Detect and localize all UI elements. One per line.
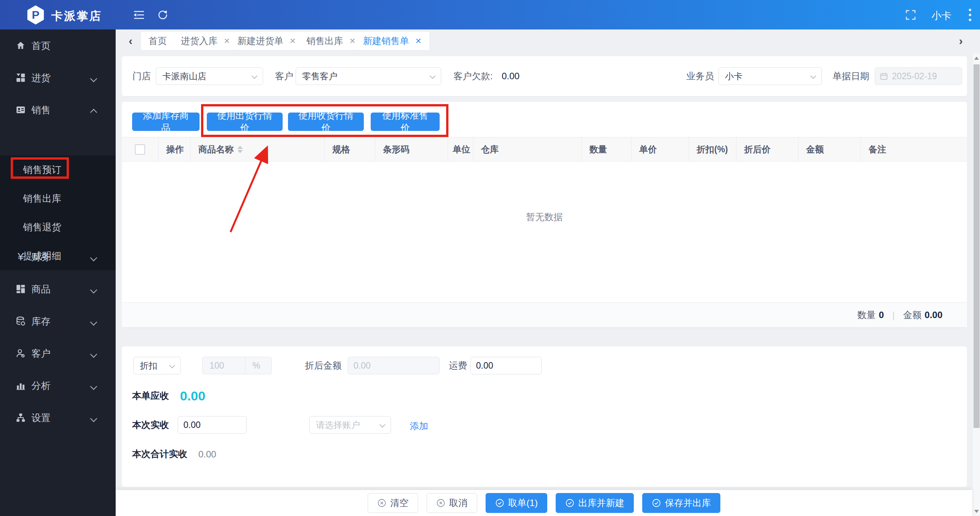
freight-input[interactable] xyxy=(470,357,542,374)
items-table-header: 操作 商品名称 规格 条形码 单位 仓库 数量 单价 折扣(%) 折后价 金额 … xyxy=(122,137,967,162)
total-amount-label: 金额 xyxy=(903,309,921,321)
discount-percent-input[interactable]: 100 xyxy=(203,357,245,374)
tabs-scroll-right-icon[interactable]: › xyxy=(959,35,963,47)
save-and-outbound-button[interactable]: 保存并出库 xyxy=(642,493,720,513)
tab-new-sales-order[interactable]: 新建销售单✕ xyxy=(355,32,429,50)
add-stock-product-button[interactable]: 添加库存商品 xyxy=(132,113,200,131)
chevron-down-icon xyxy=(90,415,97,422)
chevron-down-icon xyxy=(90,383,97,390)
circle-check-icon xyxy=(652,498,661,508)
sidebar-subitem-sales-reserve[interactable]: 销售预订 xyxy=(0,155,116,184)
col-unit-price: 单价 xyxy=(632,137,689,161)
sidebar-item-finance[interactable]: ¥ 财务 xyxy=(0,241,116,273)
tab-close-icon[interactable]: ✕ xyxy=(290,36,296,46)
received-label: 本次实收 xyxy=(132,416,169,434)
sidebar-item-purchase[interactable]: 进货 xyxy=(0,62,116,94)
use-standard-price-button[interactable]: 使用标准售价 xyxy=(371,113,440,131)
collapse-sidebar-icon[interactable] xyxy=(133,9,146,21)
salesman-select[interactable]: 小卡 xyxy=(718,67,822,85)
sidebar-item-label: 客户 xyxy=(31,347,51,360)
totals-separator: | xyxy=(892,310,895,320)
circle-x-icon xyxy=(377,498,386,508)
sidebar-subitem-sales-outbound[interactable]: 销售出库 xyxy=(0,184,116,213)
sidebar-item-inventory[interactable]: 库存 xyxy=(0,305,116,337)
tab-close-icon[interactable]: ✕ xyxy=(224,36,230,46)
top-header-bar: P 卡派掌店 小卡 xyxy=(0,0,980,29)
store-select-value: 卡派南山店 xyxy=(162,70,206,82)
vertical-scrollbar[interactable] xyxy=(972,54,980,516)
app-title: 卡派掌店 xyxy=(51,8,102,24)
button-label: 保存并出库 xyxy=(665,497,711,509)
discounted-amount-input[interactable] xyxy=(348,357,440,374)
sidebar-item-home[interactable]: 首页 xyxy=(0,29,116,62)
app-logo: P xyxy=(26,5,45,24)
outbound-and-new-button[interactable]: 出库并新建 xyxy=(556,493,634,513)
sidebar-item-label: 进货 xyxy=(31,72,51,84)
tab-purchase-inbound[interactable]: 进货入库✕ xyxy=(173,32,238,50)
chevron-down-icon xyxy=(169,363,175,369)
sidebar-item-customers[interactable]: 客户 xyxy=(0,337,116,369)
subitem-label: 销售预订 xyxy=(23,163,61,176)
col-qty: 数量 xyxy=(582,137,632,161)
tab-sales-outbound[interactable]: 销售出库✕ xyxy=(299,32,363,50)
chevron-down-icon xyxy=(90,286,97,293)
chevron-down-icon xyxy=(252,73,258,79)
chevron-down-icon xyxy=(90,75,97,82)
account-select[interactable]: 请选择账户 xyxy=(309,416,391,434)
items-table-totals: 数量0 | 金额0.00 xyxy=(122,302,967,328)
sidebar: 首页 进货 销售 销售预订 销售出库 销售退货 提成明细 ¥ 财务 商品 xyxy=(0,29,116,516)
select-all-checkbox[interactable] xyxy=(135,144,145,155)
store-select[interactable]: 卡派南山店 xyxy=(156,67,263,85)
current-user-name[interactable]: 小卡 xyxy=(931,9,951,23)
scrollbar-up-icon[interactable] xyxy=(973,54,980,63)
sort-carets-icon[interactable] xyxy=(237,146,243,153)
customer-select-value: 零售客户 xyxy=(302,70,337,82)
received-amount-input[interactable] xyxy=(178,416,247,434)
customer-debt-value: 0.00 xyxy=(502,67,520,85)
cancel-button[interactable]: 取消 xyxy=(427,493,477,513)
tab-label: 首页 xyxy=(149,35,167,47)
col-barcode: 条形码 xyxy=(375,137,448,161)
col-product-name[interactable]: 商品名称 xyxy=(191,137,325,161)
sidebar-item-label: 首页 xyxy=(31,39,51,52)
customer-select[interactable]: 零售客户 xyxy=(296,67,441,85)
col-warehouse: 仓库 xyxy=(473,137,582,161)
tab-close-icon[interactable]: ✕ xyxy=(349,36,356,46)
sidebar-item-settings[interactable]: 设置 xyxy=(0,402,116,434)
more-options-icon[interactable] xyxy=(968,8,980,19)
use-outgoing-market-price-button[interactable]: 使用出货行情价 xyxy=(207,113,283,131)
tab-new-purchase-order[interactable]: 新建进货单✕ xyxy=(230,32,304,50)
scrollbar-down-icon[interactable] xyxy=(973,507,980,516)
sidebar-item-analysis[interactable]: 分析 xyxy=(0,369,116,402)
select-all-cell xyxy=(122,137,159,161)
tab-close-icon[interactable]: ✕ xyxy=(415,36,422,46)
order-date-picker[interactable]: 2025-02-19 xyxy=(875,67,962,85)
fullscreen-icon[interactable] xyxy=(905,9,918,21)
sidebar-item-label: 商品 xyxy=(31,283,51,296)
button-label: 取消 xyxy=(449,497,468,509)
use-incoming-market-price-button[interactable]: 使用收货行情价 xyxy=(288,113,364,131)
tab-home[interactable]: 首页 xyxy=(141,32,175,50)
goods-icon xyxy=(15,284,26,294)
refresh-icon[interactable] xyxy=(156,9,169,21)
sidebar-subitem-sales-return[interactable]: 销售退货 xyxy=(0,213,116,242)
tab-label: 进货入库 xyxy=(181,35,218,47)
chevron-down-icon xyxy=(810,73,816,79)
discount-mode-select[interactable]: 折扣 xyxy=(133,357,181,374)
clear-button[interactable]: 清空 xyxy=(368,493,418,513)
sidebar-item-label: 财务 xyxy=(31,251,51,263)
tab-label: 销售出库 xyxy=(306,35,343,47)
receivable-value: 0.00 xyxy=(180,389,205,403)
sidebar-item-sales[interactable]: 销售 xyxy=(0,94,116,126)
chevron-up-icon xyxy=(90,109,97,116)
order-summary-card: 折扣 100 % 折后金额 运费 本单应收 0.00 本次实收 请选择账户 添加… xyxy=(122,346,967,487)
scrollbar-thumb[interactable] xyxy=(973,64,980,428)
total-qty-label: 数量 xyxy=(857,309,876,321)
tabs-scroll-left-icon[interactable]: ‹ xyxy=(129,35,133,47)
retrieve-order-button[interactable]: 取单(1) xyxy=(486,493,547,513)
sidebar-item-goods[interactable]: 商品 xyxy=(0,273,116,305)
inventory-database-icon xyxy=(15,316,26,327)
add-payment-link[interactable]: 添加 xyxy=(410,420,428,432)
sidebar-item-label: 库存 xyxy=(31,315,51,328)
chevron-down-icon xyxy=(90,254,97,261)
